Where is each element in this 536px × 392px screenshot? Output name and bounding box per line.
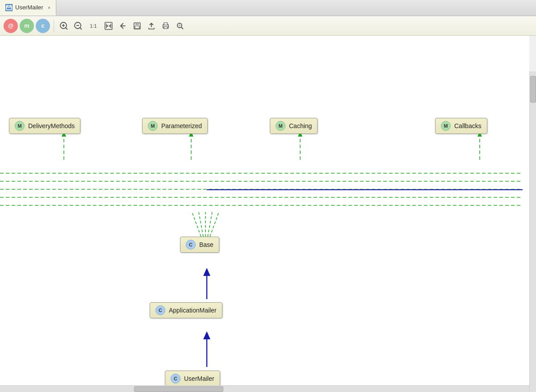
node-usermailer[interactable]: C UserMailer bbox=[165, 371, 220, 387]
filter-m-button[interactable]: m bbox=[20, 19, 34, 33]
badge-base: C bbox=[186, 240, 196, 250]
tab-usermailer[interactable]: UserMailer × bbox=[0, 0, 56, 16]
svg-rect-14 bbox=[135, 23, 139, 25]
label-callbacks: Callbacks bbox=[454, 122, 482, 129]
filter-at-button[interactable]: @ bbox=[4, 19, 18, 33]
svg-rect-17 bbox=[164, 23, 168, 25]
horizontal-scrollbar[interactable] bbox=[0, 385, 529, 392]
fit-button[interactable] bbox=[102, 20, 115, 32]
label-base: Base bbox=[199, 241, 214, 248]
back-button[interactable] bbox=[117, 20, 129, 32]
node-applicationmailer[interactable]: C ApplicationMailer bbox=[150, 302, 222, 318]
zoom-in-button[interactable] bbox=[58, 20, 70, 32]
node-caching[interactable]: M Caching bbox=[270, 118, 318, 134]
badge-deliverymethods: M bbox=[15, 121, 25, 131]
zoom-1to1-button[interactable]: 1:1 bbox=[86, 20, 100, 32]
badge-usermailer: C bbox=[171, 374, 180, 384]
label-caching: Caching bbox=[289, 122, 312, 129]
svg-line-20 bbox=[181, 27, 183, 29]
title-bar: UserMailer × bbox=[0, 0, 536, 16]
svg-rect-18 bbox=[164, 27, 168, 29]
label-parameterized: Parameterized bbox=[161, 122, 202, 129]
badge-applicationmailer: C bbox=[155, 305, 165, 315]
badge-caching: M bbox=[276, 121, 285, 131]
toolbar: @ m c 1:1 bbox=[0, 16, 536, 36]
search-focus-button[interactable] bbox=[174, 20, 186, 32]
filter-c-button[interactable]: c bbox=[36, 19, 50, 33]
svg-rect-11 bbox=[105, 22, 112, 29]
zoom-out-button[interactable] bbox=[72, 20, 84, 32]
svg-point-21 bbox=[179, 25, 180, 26]
tab-icon bbox=[5, 4, 13, 11]
svg-marker-42 bbox=[203, 268, 210, 276]
svg-line-31 bbox=[199, 212, 203, 237]
tab-label: UserMailer bbox=[15, 4, 43, 11]
svg-line-33 bbox=[208, 212, 212, 237]
badge-parameterized: M bbox=[148, 121, 158, 131]
vertical-scrollbar[interactable] bbox=[529, 71, 536, 392]
svg-marker-44 bbox=[203, 331, 210, 339]
tab-close-button[interactable]: × bbox=[48, 5, 50, 10]
toolbar-separator bbox=[54, 20, 54, 32]
svg-line-10 bbox=[80, 28, 82, 29]
diagram-canvas[interactable]: M DeliveryMethods M Parameterized M Cach… bbox=[0, 36, 529, 392]
label-usermailer: UserMailer bbox=[184, 375, 214, 382]
svg-line-34 bbox=[210, 212, 219, 237]
svg-line-30 bbox=[192, 212, 201, 237]
svg-line-7 bbox=[66, 28, 67, 29]
node-base[interactable]: C Base bbox=[180, 237, 219, 253]
print-button[interactable] bbox=[159, 20, 172, 32]
vertical-scrollbar-thumb[interactable] bbox=[530, 76, 536, 103]
export-button[interactable] bbox=[145, 20, 158, 32]
save-button[interactable] bbox=[131, 20, 143, 32]
label-applicationmailer: ApplicationMailer bbox=[169, 307, 217, 314]
svg-rect-15 bbox=[135, 26, 139, 29]
label-deliverymethods: DeliveryMethods bbox=[28, 122, 75, 129]
node-parameterized[interactable]: M Parameterized bbox=[142, 118, 208, 134]
badge-callbacks: M bbox=[441, 121, 451, 131]
node-deliverymethods[interactable]: M DeliveryMethods bbox=[9, 118, 80, 134]
node-callbacks[interactable]: M Callbacks bbox=[435, 118, 487, 134]
horizontal-scrollbar-thumb[interactable] bbox=[134, 386, 223, 392]
